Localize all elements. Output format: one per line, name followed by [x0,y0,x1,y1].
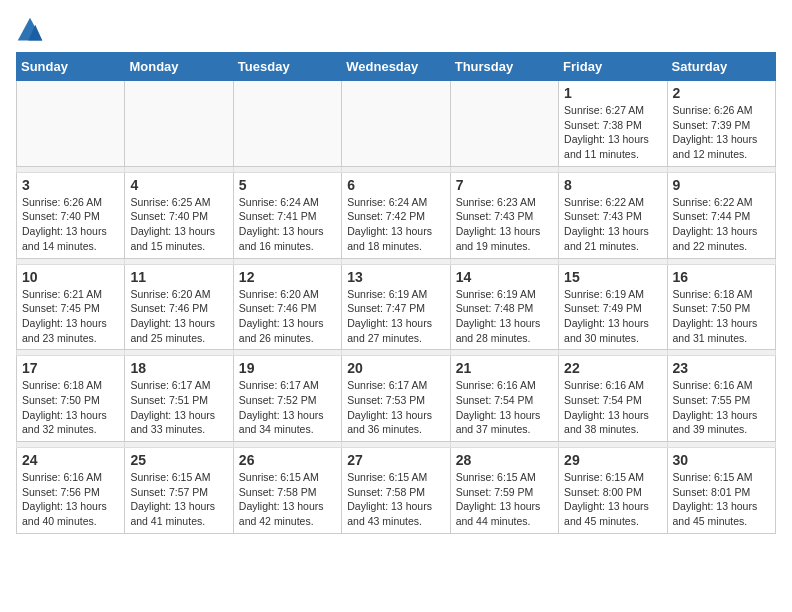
calendar-cell: 3Sunrise: 6:26 AMSunset: 7:40 PMDaylight… [17,172,125,258]
day-info-line: Sunrise: 6:26 AM [673,103,770,118]
day-info-line: Sunrise: 6:25 AM [130,195,227,210]
weekday-header: Sunday [17,53,125,81]
day-info-line: Sunset: 7:48 PM [456,301,553,316]
day-info-line: Daylight: 13 hours and 45 minutes. [673,499,770,528]
day-info: Sunrise: 6:24 AMSunset: 7:42 PMDaylight:… [347,195,444,254]
day-info-line: Sunset: 7:47 PM [347,301,444,316]
weekday-header: Monday [125,53,233,81]
day-info-line: Sunrise: 6:19 AM [347,287,444,302]
calendar-week-row: 1Sunrise: 6:27 AMSunset: 7:38 PMDaylight… [17,81,776,167]
weekday-header: Wednesday [342,53,450,81]
day-info-line: Sunset: 7:54 PM [564,393,661,408]
day-number: 15 [564,269,661,285]
day-info-line: Daylight: 13 hours and 11 minutes. [564,132,661,161]
day-number: 4 [130,177,227,193]
day-info-line: Daylight: 13 hours and 33 minutes. [130,408,227,437]
day-info-line: Sunset: 7:58 PM [347,485,444,500]
day-info-line: Sunrise: 6:19 AM [564,287,661,302]
calendar-cell: 11Sunrise: 6:20 AMSunset: 7:46 PMDayligh… [125,264,233,350]
calendar-cell: 30Sunrise: 6:15 AMSunset: 8:01 PMDayligh… [667,448,775,534]
day-info-line: Daylight: 13 hours and 26 minutes. [239,316,336,345]
day-info: Sunrise: 6:23 AMSunset: 7:43 PMDaylight:… [456,195,553,254]
day-info-line: Sunset: 8:01 PM [673,485,770,500]
day-info-line: Sunrise: 6:15 AM [456,470,553,485]
calendar-cell: 21Sunrise: 6:16 AMSunset: 7:54 PMDayligh… [450,356,558,442]
day-info-line: Daylight: 13 hours and 30 minutes. [564,316,661,345]
day-info-line: Sunset: 7:51 PM [130,393,227,408]
day-number: 2 [673,85,770,101]
day-info: Sunrise: 6:27 AMSunset: 7:38 PMDaylight:… [564,103,661,162]
day-info: Sunrise: 6:24 AMSunset: 7:41 PMDaylight:… [239,195,336,254]
calendar-cell [450,81,558,167]
day-info-line: Daylight: 13 hours and 15 minutes. [130,224,227,253]
logo-icon [16,16,44,44]
day-info-line: Sunset: 7:50 PM [22,393,119,408]
day-info-line: Sunset: 7:54 PM [456,393,553,408]
day-info-line: Sunset: 7:53 PM [347,393,444,408]
day-info-line: Sunrise: 6:15 AM [239,470,336,485]
day-info-line: Sunrise: 6:16 AM [564,378,661,393]
day-number: 8 [564,177,661,193]
day-info-line: Sunrise: 6:17 AM [239,378,336,393]
day-info-line: Sunset: 7:57 PM [130,485,227,500]
day-info-line: Sunset: 7:56 PM [22,485,119,500]
calendar-cell: 24Sunrise: 6:16 AMSunset: 7:56 PMDayligh… [17,448,125,534]
calendar-header-row: SundayMondayTuesdayWednesdayThursdayFrid… [17,53,776,81]
day-info-line: Daylight: 13 hours and 22 minutes. [673,224,770,253]
day-number: 12 [239,269,336,285]
day-info-line: Sunset: 7:39 PM [673,118,770,133]
calendar-cell: 25Sunrise: 6:15 AMSunset: 7:57 PMDayligh… [125,448,233,534]
calendar-cell [233,81,341,167]
day-number: 18 [130,360,227,376]
day-number: 16 [673,269,770,285]
day-info-line: Sunrise: 6:18 AM [673,287,770,302]
day-info-line: Sunrise: 6:20 AM [239,287,336,302]
day-info-line: Daylight: 13 hours and 12 minutes. [673,132,770,161]
day-info: Sunrise: 6:15 AMSunset: 8:00 PMDaylight:… [564,470,661,529]
day-info-line: Sunset: 7:45 PM [22,301,119,316]
day-number: 13 [347,269,444,285]
day-info: Sunrise: 6:22 AMSunset: 7:44 PMDaylight:… [673,195,770,254]
calendar-cell [342,81,450,167]
day-info-line: Daylight: 13 hours and 37 minutes. [456,408,553,437]
day-info: Sunrise: 6:17 AMSunset: 7:52 PMDaylight:… [239,378,336,437]
day-number: 25 [130,452,227,468]
calendar-cell: 4Sunrise: 6:25 AMSunset: 7:40 PMDaylight… [125,172,233,258]
day-info: Sunrise: 6:18 AMSunset: 7:50 PMDaylight:… [673,287,770,346]
day-info-line: Sunrise: 6:16 AM [22,470,119,485]
day-info-line: Sunset: 7:44 PM [673,209,770,224]
calendar-cell: 6Sunrise: 6:24 AMSunset: 7:42 PMDaylight… [342,172,450,258]
day-info-line: Sunrise: 6:19 AM [456,287,553,302]
day-info: Sunrise: 6:16 AMSunset: 7:55 PMDaylight:… [673,378,770,437]
day-number: 20 [347,360,444,376]
day-info: Sunrise: 6:15 AMSunset: 7:57 PMDaylight:… [130,470,227,529]
day-info: Sunrise: 6:20 AMSunset: 7:46 PMDaylight:… [130,287,227,346]
day-info-line: Sunrise: 6:17 AM [130,378,227,393]
day-info-line: Sunrise: 6:15 AM [564,470,661,485]
day-number: 6 [347,177,444,193]
day-info-line: Daylight: 13 hours and 19 minutes. [456,224,553,253]
logo [16,16,48,44]
day-info-line: Sunset: 8:00 PM [564,485,661,500]
day-info-line: Daylight: 13 hours and 39 minutes. [673,408,770,437]
day-info: Sunrise: 6:16 AMSunset: 7:56 PMDaylight:… [22,470,119,529]
day-info-line: Sunset: 7:49 PM [564,301,661,316]
day-info-line: Sunrise: 6:18 AM [22,378,119,393]
day-number: 1 [564,85,661,101]
day-info: Sunrise: 6:16 AMSunset: 7:54 PMDaylight:… [456,378,553,437]
day-info-line: Sunrise: 6:16 AM [673,378,770,393]
day-info-line: Sunrise: 6:21 AM [22,287,119,302]
day-number: 21 [456,360,553,376]
day-info-line: Daylight: 13 hours and 25 minutes. [130,316,227,345]
day-info: Sunrise: 6:22 AMSunset: 7:43 PMDaylight:… [564,195,661,254]
day-info-line: Daylight: 13 hours and 43 minutes. [347,499,444,528]
page-header [16,16,776,44]
day-info: Sunrise: 6:26 AMSunset: 7:40 PMDaylight:… [22,195,119,254]
calendar-cell: 7Sunrise: 6:23 AMSunset: 7:43 PMDaylight… [450,172,558,258]
calendar-cell: 27Sunrise: 6:15 AMSunset: 7:58 PMDayligh… [342,448,450,534]
day-number: 14 [456,269,553,285]
day-info-line: Sunset: 7:46 PM [130,301,227,316]
calendar-cell: 26Sunrise: 6:15 AMSunset: 7:58 PMDayligh… [233,448,341,534]
calendar-cell: 14Sunrise: 6:19 AMSunset: 7:48 PMDayligh… [450,264,558,350]
weekday-header: Saturday [667,53,775,81]
